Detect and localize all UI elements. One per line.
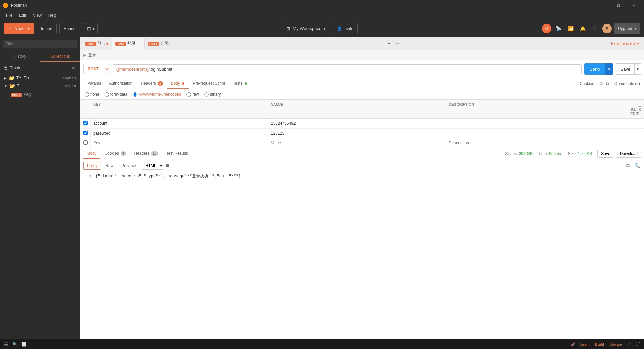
tab2-close[interactable]: ✕ (137, 41, 141, 46)
breadcrumb-text: 登录 (88, 52, 96, 58)
bulk-edit-btn[interactable]: Bulk Edit (628, 106, 641, 117)
menu-edit[interactable]: Edit (16, 12, 30, 19)
new-button[interactable]: ＋ New ▾ (4, 23, 34, 34)
resp-tab-test-results[interactable]: Test Results (162, 148, 192, 159)
sidebar: History Collections 🗑 Trash ⊕ ▶ 📁 TY_En.… (0, 37, 80, 339)
invite-button[interactable]: 👤 Invite (333, 23, 358, 34)
layout-button[interactable]: ⊞ ▾ (84, 23, 98, 34)
main-layout: History Collections 🗑 Trash ⊕ ▶ 📁 TY_En.… (0, 37, 644, 339)
notification-icon-btn[interactable]: 🔔 (578, 24, 588, 33)
kv-row2-description[interactable] (449, 131, 621, 136)
avatar[interactable]: P (602, 24, 612, 33)
format-preview[interactable]: Preview (118, 162, 140, 170)
comments-link[interactable]: Comments (0) (613, 79, 641, 89)
fit-screen-icon[interactable]: ⤢ (627, 342, 631, 347)
import-button[interactable]: Import (37, 23, 57, 34)
req-tab-3[interactable]: POST 会员... (145, 38, 175, 50)
examples-button[interactable]: Examples (0) ▼ (611, 41, 643, 46)
maximize-button[interactable]: ☐ (610, 0, 626, 11)
collection-item-2[interactable]: ▼ 📂 T... 1 request (0, 82, 80, 90)
body-type-urlencoded[interactable]: x-www-form-urlencoded (133, 92, 181, 97)
send-dropdown-button[interactable]: ▾ (605, 63, 613, 75)
format-pretty[interactable]: Pretty (83, 162, 101, 170)
tab-authorization[interactable]: Authorization (105, 78, 137, 89)
tab-body[interactable]: Body (167, 78, 189, 89)
kv-row-empty-key[interactable] (93, 141, 265, 145)
indent-icon-btn[interactable]: ≡ (165, 161, 170, 170)
save-dropdown-button[interactable]: ▾ (635, 63, 641, 75)
method-select[interactable]: POST GET PUT DELETE (83, 64, 110, 74)
format-raw[interactable]: Raw (102, 162, 117, 170)
body-type-form-data[interactable]: form-data (105, 92, 127, 97)
resp-tab-cookies[interactable]: Cookies 4 (100, 148, 130, 159)
workspace-button[interactable]: ⊞ My Workspace ▾ (282, 23, 330, 34)
kv-row-empty-value[interactable] (271, 141, 443, 145)
kv-row1-value[interactable] (271, 121, 443, 126)
menu-file[interactable]: File (3, 12, 16, 19)
kv-col-description: DESCRIPTION (446, 101, 624, 117)
tab-history[interactable]: History (0, 51, 40, 62)
search-icon-btn[interactable]: 🔍 (12, 342, 17, 347)
tab-headers[interactable]: Headers 2 (137, 78, 167, 89)
kv-row2-value[interactable] (271, 131, 443, 136)
trash-label: Trash (10, 66, 20, 70)
sidebar-request-item[interactable]: POST 登录 (0, 90, 80, 100)
menu-help[interactable]: Help (45, 12, 60, 19)
heart-icon-btn[interactable]: ♡ (590, 24, 600, 33)
sidebar-trash[interactable]: 🗑 Trash ⊕ (0, 62, 80, 74)
add-tab-button[interactable]: ＋ (385, 39, 393, 48)
tab-params[interactable]: Params (83, 78, 105, 89)
kv-row1-checkbox[interactable] (83, 121, 88, 125)
runner-button[interactable]: Runner (59, 23, 81, 34)
language-select[interactable]: HTML JSON Text (142, 162, 164, 170)
new-dropdown-chevron[interactable]: ▾ (25, 26, 30, 31)
kv-row2-key[interactable] (93, 131, 265, 136)
response-save-button[interactable]: Save (597, 150, 614, 158)
response-section: Body Cookies 4 Headers 15 Test Results S… (80, 148, 644, 339)
sidebar-toggle-icon[interactable]: ☰ (4, 342, 8, 347)
body-dot (182, 82, 184, 85)
tab-pre-request[interactable]: Pre-request Script (189, 78, 229, 89)
upgrade-button[interactable]: Upgrade ▾ (614, 23, 640, 34)
browse-link[interactable]: Browse (609, 342, 622, 346)
trash-action-icon[interactable]: ⊕ (71, 65, 76, 71)
search-response-button[interactable]: 🔍 (633, 162, 641, 170)
close-button[interactable]: ✕ (626, 0, 641, 11)
sidebar-tabs: History Collections (0, 51, 80, 62)
resp-tab-body[interactable]: Body (83, 148, 100, 159)
body-type-none[interactable]: none (85, 92, 99, 97)
build-link[interactable]: Build (595, 342, 604, 346)
code-link[interactable]: Code (598, 79, 610, 89)
browse-panel-icon[interactable]: ⬜ (21, 342, 26, 347)
kv-row-empty-description[interactable] (449, 141, 621, 145)
tab-tests[interactable]: Tests (229, 78, 251, 89)
copy-response-button[interactable]: ⧉ (625, 162, 631, 170)
kv-row2-checkbox[interactable] (83, 131, 88, 135)
url-display[interactable]: {{member-front}}/loginSubmit (113, 64, 582, 74)
kv-row-empty-checkbox[interactable] (83, 140, 88, 145)
req-tab-2[interactable]: POST 登录 ✕ (112, 38, 145, 50)
kv-row-2 (80, 129, 644, 138)
cookies-link[interactable]: Cookies (578, 79, 595, 89)
minimize-button[interactable]: — (595, 0, 610, 11)
tab-collections[interactable]: Collections (40, 51, 80, 62)
collection-item-1[interactable]: ▶ 📁 TY_En... 2 requests (0, 74, 80, 82)
sync-button[interactable]: ↺ (542, 24, 551, 33)
resp-tab-headers[interactable]: Headers 15 (130, 148, 162, 159)
save-button[interactable]: Save (616, 63, 635, 75)
satellite-icon-btn[interactable]: 📡 (554, 24, 564, 33)
body-type-binary[interactable]: binary (204, 92, 221, 97)
kv-row1-description[interactable] (449, 121, 621, 126)
tab2-name: 登录 (127, 41, 136, 46)
search-input[interactable] (3, 40, 77, 48)
kv-row1-key[interactable] (93, 121, 265, 126)
response-download-button[interactable]: Download (616, 150, 641, 158)
menu-view[interactable]: View (30, 12, 45, 19)
more-tabs-button[interactable]: ··· (394, 39, 401, 48)
send-button[interactable]: Send (584, 63, 605, 75)
fullscreen-icon[interactable]: ⛶ (636, 342, 640, 347)
body-type-raw[interactable]: raw (186, 92, 199, 97)
broadcast-icon-btn[interactable]: 📶 (566, 24, 576, 33)
req-tab-1[interactable]: POST 登... (82, 38, 112, 50)
learn-link[interactable]: Learn (580, 342, 590, 346)
